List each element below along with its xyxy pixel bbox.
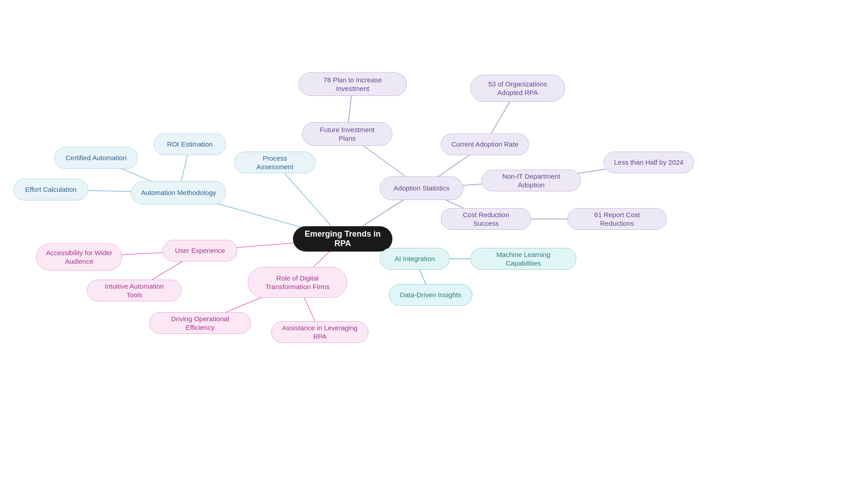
cost-reduction-success-node[interactable]: Cost Reduction Success <box>441 208 531 230</box>
non-it-department-node[interactable]: Non-IT Department Adoption <box>481 170 581 191</box>
user-experience-node[interactable]: User Experience <box>163 240 237 262</box>
driving-efficiency-node[interactable]: Driving Operational Efficiency <box>149 312 251 334</box>
certified-automation-node[interactable]: Certified Automation <box>54 147 138 169</box>
role-digital-firms-node[interactable]: Role of Digital Transformation Firms <box>248 267 347 298</box>
ai-integration-node[interactable]: AI Integration <box>380 248 450 270</box>
adoption-statistics-node[interactable]: Adoption Statistics <box>380 176 463 200</box>
automation-methodology-node[interactable]: Automation Methodology <box>131 181 226 205</box>
connections-svg <box>0 0 868 490</box>
roi-estimation-node[interactable]: ROI Estimation <box>154 133 226 155</box>
assistance-rpa-node[interactable]: Assistance in Leveraging RPA <box>271 321 368 343</box>
effort-calculation-node[interactable]: Effort Calculation <box>14 179 88 200</box>
61-report-node[interactable]: 61 Report Cost Reductions <box>567 208 667 230</box>
data-driven-node[interactable]: Data-Driven Insights <box>389 284 472 306</box>
center-node[interactable]: Emerging Trends in RPA <box>293 226 392 252</box>
future-investment-plans-node[interactable]: Future Investment Plans <box>302 122 392 146</box>
78-plan-node[interactable]: 78 Plan to Increase Investment <box>298 72 407 96</box>
mindmap-container: Emerging Trends in RPAAutomation Methodo… <box>0 0 868 490</box>
process-assessment-node[interactable]: Process Assessment <box>234 152 316 173</box>
machine-learning-node[interactable]: Machine Learning Capabilities <box>470 248 576 270</box>
less-than-half-node[interactable]: Less than Half by 2024 <box>604 152 694 173</box>
accessibility-node[interactable]: Accessibility for Wider Audience <box>36 243 122 271</box>
53-organizations-node[interactable]: 53 of Organizations Adopted RPA <box>470 75 565 102</box>
intuitive-tools-node[interactable]: Intuitive Automation Tools <box>87 280 182 301</box>
current-adoption-rate-node[interactable]: Current Adoption Rate <box>441 133 529 155</box>
